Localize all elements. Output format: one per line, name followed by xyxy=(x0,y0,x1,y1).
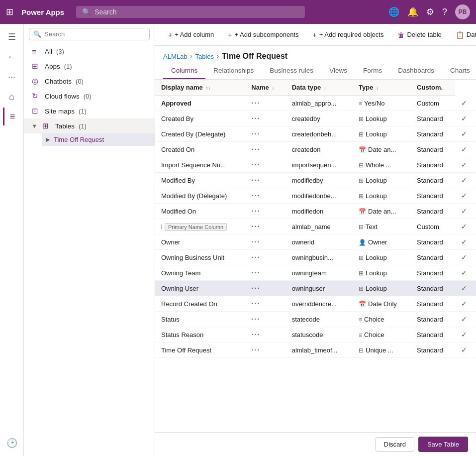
left-rail: ☰ ← ··· ⌂ ≡ 🕑 xyxy=(0,24,24,456)
row-type: Standard xyxy=(411,342,455,358)
custom-check-icon: ✓ xyxy=(461,315,467,323)
breadcrumb-tables[interactable]: Tables xyxy=(195,53,214,60)
topbar-search[interactable]: 🔍 xyxy=(76,6,305,18)
row-context-menu[interactable]: ··· xyxy=(251,223,260,230)
data-type-icon: ⊞ xyxy=(359,115,364,122)
col-header-type[interactable]: Type ↓ xyxy=(353,80,411,96)
sort-icon-display-name: ↑↓ xyxy=(205,85,210,91)
search-icon: 🔍 xyxy=(82,8,91,16)
grid-icon[interactable]: ⊞ xyxy=(6,6,13,17)
row-data-type: ⊟Whole ... xyxy=(353,157,411,173)
tab-columns[interactable]: Columns xyxy=(163,63,205,79)
col-header-custom[interactable]: Custom. xyxy=(411,80,455,96)
row-context-menu[interactable]: ··· xyxy=(251,176,260,184)
row-name: owningbusin... xyxy=(286,250,353,265)
tabs: Columns Relationships Business rules Vie… xyxy=(155,63,476,80)
row-context-menu[interactable]: ··· xyxy=(251,114,260,122)
row-context-menu[interactable]: ··· xyxy=(251,238,260,246)
tab-dashboards[interactable]: Dashboards xyxy=(390,63,442,79)
add-column-label: + Add column xyxy=(175,31,214,38)
sidebar-item-time-off-request[interactable]: ▶ Time Off Request xyxy=(42,133,155,146)
row-context-menu[interactable]: ··· xyxy=(251,130,260,138)
row-context-menu[interactable]: ··· xyxy=(251,300,260,308)
data-button[interactable]: 📋 Data xyxy=(451,28,476,42)
row-display-name: Created By (Delegate) xyxy=(161,130,225,138)
delete-table-button[interactable]: 🗑 Delete table xyxy=(392,28,446,42)
col-header-data-type[interactable]: Data type ↓ xyxy=(286,80,353,96)
row-custom: ✓ xyxy=(455,327,476,342)
custom-check-icon: ✓ xyxy=(461,346,467,354)
breadcrumb-almlab[interactable]: ALMLab xyxy=(163,53,187,60)
rail-home-icon[interactable]: ⌂ xyxy=(3,88,21,106)
data-type-icon: ⊞ xyxy=(359,254,364,261)
row-context-menu[interactable]: ··· xyxy=(251,331,260,339)
row-custom: ✓ xyxy=(455,142,476,157)
tab-relationships[interactable]: Relationships xyxy=(205,63,262,79)
custom-check-icon: ✓ xyxy=(461,192,467,200)
bell-icon[interactable]: 🔔 xyxy=(407,6,418,17)
sidebar-item-site-maps[interactable]: ⊡ Site maps (1) xyxy=(24,104,155,118)
table-header-row: Display name ↑↓ Name ↓ Data type ↓ Type … xyxy=(155,80,476,96)
time-off-expand-btn[interactable]: ▶ xyxy=(46,136,50,143)
row-context-menu[interactable]: ··· xyxy=(251,192,260,200)
add-column-button[interactable]: + + Add column xyxy=(163,28,219,42)
custom-check-icon: ✓ xyxy=(461,331,467,339)
row-context-menu[interactable]: ··· xyxy=(251,161,260,169)
sidebar-item-cloud-flows[interactable]: ↻ Cloud flows (0) xyxy=(24,89,155,104)
save-table-button[interactable]: Save Table xyxy=(418,437,468,452)
rail-back-icon[interactable]: ← xyxy=(3,48,21,66)
add-subcomponents-button[interactable]: + + Add subcomponents xyxy=(223,28,303,42)
rail-dots-icon[interactable]: ··· xyxy=(3,68,21,86)
discard-button[interactable]: Discard xyxy=(376,437,414,452)
sidebar-item-tables[interactable]: ▼ ⊞ Tables (1) xyxy=(24,118,155,133)
bottom-bar: Discard Save Table xyxy=(155,432,476,456)
tab-business-rules[interactable]: Business rules xyxy=(262,63,321,79)
data-type-icon: ≡ xyxy=(359,316,362,323)
row-display-name: Created By xyxy=(161,115,193,122)
col-header-name[interactable]: Name ↓ xyxy=(245,80,286,96)
sidebar-search-input[interactable] xyxy=(44,30,145,38)
row-data-type: ⊞Lookup xyxy=(353,188,411,204)
tab-views[interactable]: Views xyxy=(321,63,355,79)
rail-table-icon[interactable]: ≡ xyxy=(3,108,21,125)
row-context-menu[interactable]: ··· xyxy=(251,207,260,215)
row-context-menu[interactable]: ··· xyxy=(251,145,260,153)
globe-icon[interactable]: 🌐 xyxy=(388,6,399,17)
custom-check-icon: ✓ xyxy=(461,207,467,215)
rail-menu-icon[interactable]: ☰ xyxy=(3,28,21,46)
data-type-icon: ⊟ xyxy=(359,347,364,354)
row-context-menu[interactable]: ··· xyxy=(251,269,260,277)
row-display-name: Modified By (Delegate) xyxy=(161,192,227,200)
row-context-menu[interactable]: ··· xyxy=(251,315,260,323)
row-display-name: Record Created On xyxy=(161,300,217,308)
search-input[interactable] xyxy=(95,8,299,16)
row-name: owningteam xyxy=(286,265,353,281)
row-context-menu[interactable]: ··· xyxy=(251,253,260,261)
row-context-menu[interactable]: ··· xyxy=(251,346,260,354)
sidebar-search-box[interactable]: 🔍 xyxy=(29,28,150,40)
sidebar-item-apps[interactable]: ⊞ Apps (1) xyxy=(24,59,155,74)
tab-forms[interactable]: Forms xyxy=(355,63,390,79)
col-header-display-name[interactable]: Display name ↑↓ xyxy=(155,80,245,96)
add-required-objects-button[interactable]: + + Add required objects xyxy=(308,28,389,42)
row-context-menu[interactable]: ··· xyxy=(251,99,260,107)
row-type: Standard xyxy=(411,204,455,219)
row-type: Custom xyxy=(411,96,455,111)
row-context-menu[interactable]: ··· xyxy=(251,284,260,292)
row-name: importsequen... xyxy=(286,157,353,173)
settings-icon[interactable]: ⚙ xyxy=(426,6,434,17)
avatar[interactable]: PB xyxy=(455,4,470,19)
rail-history-icon[interactable]: 🕑 xyxy=(3,434,21,452)
data-type-icon: ⊞ xyxy=(359,193,364,200)
table-row: Created By···createdby⊞LookupStandard✓ xyxy=(155,111,476,126)
tables-expand-btn[interactable]: ▼ xyxy=(32,123,37,129)
sidebar-item-all[interactable]: ≡ All (3) xyxy=(24,44,155,59)
row-type: Standard xyxy=(411,157,455,173)
table-row: Created On···createdon📅Date an...Standar… xyxy=(155,142,476,157)
tab-charts[interactable]: Charts xyxy=(442,63,476,79)
row-type: Standard xyxy=(411,234,455,250)
data-type-icon: ≡ xyxy=(359,332,362,339)
help-icon[interactable]: ? xyxy=(442,7,447,17)
sidebar-item-chatbots[interactable]: ◎ Chatbots (0) xyxy=(24,74,155,89)
row-name: statecode xyxy=(286,312,353,327)
